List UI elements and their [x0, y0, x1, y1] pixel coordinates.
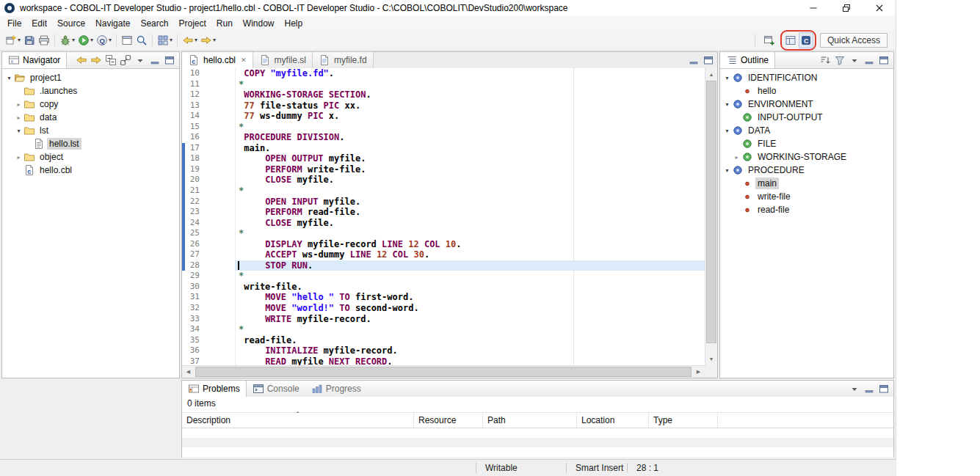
- menu-navigate[interactable]: Navigate: [90, 17, 135, 30]
- outline-item-environment[interactable]: ▾ENVIRONMENT: [720, 98, 893, 111]
- code-line-35[interactable]: 35 read-file.: [182, 335, 705, 346]
- code-line-12[interactable]: 12 WORKING-STORAGE SECTION.: [182, 89, 705, 100]
- menu-window[interactable]: Window: [238, 17, 280, 30]
- link-with-editor-button[interactable]: [119, 54, 132, 67]
- maximize-editor-button[interactable]: [702, 54, 715, 67]
- tree-expand-icon[interactable]: ▾: [14, 128, 23, 134]
- minimize-view-button[interactable]: [863, 382, 876, 395]
- debug-perspective-button[interactable]: [783, 32, 798, 48]
- menu-project[interactable]: Project: [173, 17, 211, 30]
- view-menu-button[interactable]: [848, 54, 861, 67]
- tree-expand-icon[interactable]: ▾: [722, 101, 732, 108]
- dropdown-arrow-icon[interactable]: ▾: [195, 37, 197, 43]
- code-line-10[interactable]: 10 COPY "myfile.fd".: [182, 68, 705, 79]
- code-line-31[interactable]: 31 MOVE "hello " TO first-word.: [182, 292, 705, 303]
- dropdown-arrow-icon[interactable]: ▾: [170, 37, 173, 43]
- cobol-perspective-button[interactable]: C: [799, 32, 813, 48]
- column-header-resource[interactable]: Resource: [414, 413, 483, 428]
- menu-help[interactable]: Help: [280, 17, 308, 30]
- minimize-button[interactable]: [796, 0, 830, 16]
- tree-expand-icon[interactable]: ▾: [722, 128, 732, 134]
- back-button[interactable]: ▾: [181, 32, 199, 48]
- vertical-scroll-thumb[interactable]: [706, 81, 716, 343]
- outline-item-working-storage[interactable]: ▸WORKING-STORAGE: [720, 150, 893, 164]
- outline-item-file[interactable]: FILE: [720, 137, 893, 150]
- scroll-left-arrow-icon[interactable]: ◀: [182, 366, 195, 378]
- editor-tab-myfile-fd[interactable]: myfile.fd: [313, 52, 374, 68]
- column-header-path[interactable]: Path: [483, 413, 577, 428]
- view-tab-progress[interactable]: Progress: [305, 381, 367, 397]
- history-forward-button[interactable]: [90, 54, 103, 67]
- outline-item-main[interactable]: main: [720, 177, 893, 190]
- restore-button[interactable]: [830, 0, 863, 16]
- dropdown-arrow-icon[interactable]: ▾: [213, 37, 216, 43]
- quick-access[interactable]: Quick Access: [820, 33, 888, 48]
- code-line-30[interactable]: 30 write-file.: [182, 282, 705, 293]
- code-line-13[interactable]: 13 77 file-status PIC xx.: [182, 100, 705, 111]
- code-line-33[interactable]: 33 WRITE myfile-record.: [182, 314, 705, 325]
- minimize-editor-button[interactable]: [687, 54, 700, 67]
- minimize-view-button[interactable]: [863, 54, 876, 67]
- open-view-button[interactable]: ▾: [156, 32, 174, 48]
- code-line-28[interactable]: 28 STOP RUN.: [182, 260, 705, 271]
- code-line-21[interactable]: 21*: [182, 186, 705, 197]
- code-area[interactable]: 10 COPY "myfile.fd".11*12 WORKING-STORAG…: [182, 68, 705, 365]
- filter-button[interactable]: [833, 54, 846, 67]
- sort-button[interactable]: [819, 54, 832, 67]
- code-line-19[interactable]: 19 PERFORM write-file.: [182, 164, 705, 175]
- forward-button[interactable]: ▾: [199, 32, 217, 48]
- code-line-23[interactable]: 23 PERFORM read-file.: [182, 207, 705, 218]
- navigator-item-hello-cbl[interactable]: chello.cbl: [2, 164, 179, 177]
- scroll-down-arrow-icon[interactable]: ▼: [705, 353, 717, 365]
- navigator-item-project1[interactable]: ▾project1: [2, 71, 179, 84]
- collapse-all-button[interactable]: [104, 54, 117, 67]
- new-program-button[interactable]: [120, 32, 134, 48]
- navigator-view-tab[interactable]: Navigator: [2, 52, 67, 68]
- minimize-view-button[interactable]: [148, 54, 161, 67]
- outline-item-identification[interactable]: ▾IDENTIFICATION: [720, 71, 893, 84]
- navigator-item-copy[interactable]: ▸copy: [2, 98, 179, 111]
- dropdown-arrow-icon[interactable]: ▾: [18, 37, 21, 43]
- view-menu-button[interactable]: [848, 382, 861, 395]
- editor-tab-hello-cbl[interactable]: chello.cbl✕: [182, 52, 253, 68]
- outline-item-write-file[interactable]: write-file: [720, 190, 893, 203]
- column-header-location[interactable]: Location: [577, 413, 649, 428]
- maximize-view-button[interactable]: [163, 54, 176, 67]
- code-line-17[interactable]: 17 main.: [182, 143, 705, 154]
- debug-button[interactable]: ▾: [58, 32, 76, 48]
- outline-item-data[interactable]: ▾DATA: [720, 124, 893, 137]
- dropdown-arrow-icon[interactable]: ▾: [72, 37, 75, 43]
- code-line-20[interactable]: 20 CLOSE myfile.: [182, 175, 705, 186]
- tree-expand-icon[interactable]: ▸: [14, 114, 23, 121]
- tree-expand-icon[interactable]: ▾: [4, 75, 14, 81]
- editor-tab-myfile-sl[interactable]: myfile.sl: [253, 52, 313, 68]
- code-line-18[interactable]: 18 OPEN OUTPUT myfile.: [182, 153, 705, 164]
- outline-item-procedure[interactable]: ▾PROCEDURE: [720, 164, 893, 177]
- tree-expand-icon[interactable]: ▸: [732, 154, 741, 161]
- new-button[interactable]: ▾: [4, 32, 22, 48]
- menu-search[interactable]: Search: [135, 17, 173, 30]
- search-button[interactable]: [134, 32, 149, 48]
- code-line-16[interactable]: 16 PROCEDURE DIVISION.: [182, 132, 705, 143]
- code-line-15[interactable]: 15*: [182, 122, 705, 133]
- close-button[interactable]: [863, 0, 896, 16]
- close-tab-icon[interactable]: ✕: [241, 56, 247, 64]
- navigator-item-hello-lst[interactable]: hello.lst: [2, 137, 179, 150]
- horizontal-scroll-thumb[interactable]: [195, 367, 692, 377]
- save-button[interactable]: [22, 32, 37, 48]
- code-line-25[interactable]: 25*: [182, 228, 705, 239]
- history-back-button[interactable]: [75, 54, 88, 67]
- code-line-36[interactable]: 36 INITIALIZE myfile-record.: [182, 345, 705, 356]
- menu-edit[interactable]: Edit: [26, 17, 52, 30]
- open-perspective-button[interactable]: [762, 32, 777, 48]
- code-line-24[interactable]: 24 CLOSE myfile.: [182, 218, 705, 229]
- run-cobol-button[interactable]: Q▾: [95, 32, 113, 48]
- column-header-type[interactable]: Type: [649, 413, 718, 428]
- dropdown-arrow-icon[interactable]: ▾: [109, 37, 112, 43]
- navigator-item-object[interactable]: ▸object: [2, 150, 179, 164]
- vertical-scrollbar[interactable]: ▲ ▼: [705, 68, 717, 365]
- tree-expand-icon[interactable]: ▸: [14, 101, 23, 108]
- run-button[interactable]: ▾: [76, 32, 95, 48]
- menu-file[interactable]: File: [2, 17, 26, 30]
- tree-expand-icon[interactable]: ▸: [14, 154, 23, 161]
